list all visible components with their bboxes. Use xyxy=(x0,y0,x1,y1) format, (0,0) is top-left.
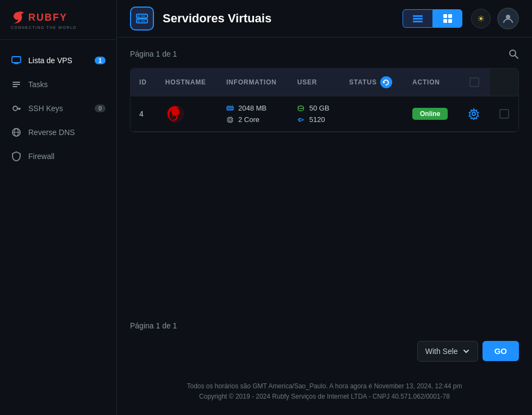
svg-rect-23 xyxy=(448,14,452,18)
col-information: INFORMATION xyxy=(218,69,289,96)
sidebar-nav: Lista de VPS 1 Tasks xyxy=(0,40,116,415)
svg-point-51 xyxy=(472,112,475,115)
theme-toggle-button[interactable]: ☀ xyxy=(471,9,491,28)
svg-rect-19 xyxy=(413,15,423,17)
svg-rect-39 xyxy=(228,118,232,122)
svg-rect-24 xyxy=(443,19,447,23)
table-header-row: ID HOSTNAME INFORMATION USER STATUS xyxy=(131,69,518,96)
row-id: 4 xyxy=(131,96,157,132)
page-info-top: Página 1 de 1 xyxy=(130,48,519,59)
sidebar-item-tasks-label: Tasks xyxy=(28,80,48,89)
svg-rect-0 xyxy=(12,57,21,63)
sidebar-item-ssh-keys-label: SSH Keys xyxy=(28,104,63,113)
cpu-value: 2 Core xyxy=(238,115,259,124)
svg-rect-22 xyxy=(443,14,447,18)
page-info-top-text: Página 1 de 1 xyxy=(130,50,177,58)
status-badge: Online xyxy=(412,108,448,120)
dns-icon xyxy=(11,127,22,138)
footer: Todos os horários são GMT America/Sao_Pa… xyxy=(117,373,532,415)
vps-table: ID HOSTNAME INFORMATION USER STATUS xyxy=(131,69,518,132)
monitor-icon xyxy=(11,55,22,66)
row-action xyxy=(459,96,490,132)
svg-rect-21 xyxy=(413,21,423,22)
row-checkbox-cell xyxy=(490,96,518,132)
svg-point-26 xyxy=(506,15,510,19)
sidebar-item-lista-vps[interactable]: Lista de VPS 1 xyxy=(0,48,116,72)
svg-point-49 xyxy=(298,106,304,108)
svg-point-15 xyxy=(138,15,140,17)
row-information-2: 50 GB 5120 xyxy=(288,96,340,132)
vps-table-container: ID HOSTNAME INFORMATION USER STATUS xyxy=(130,68,519,132)
os-icon xyxy=(165,104,185,124)
ram-value: 2048 MB xyxy=(238,104,267,112)
row-status: Online xyxy=(404,96,459,132)
with-select-label: With Sele xyxy=(425,347,458,356)
row-user xyxy=(341,96,404,132)
ssh-keys-badge: 0 xyxy=(95,105,106,112)
col-status: STATUS xyxy=(341,69,404,96)
sidebar: RUBFY CONNECTING THE WORLD Lista de VPS … xyxy=(0,0,117,415)
svg-point-16 xyxy=(138,20,140,22)
logo-tagline: CONNECTING THE WORLD xyxy=(11,26,77,29)
col-checkbox xyxy=(459,69,490,96)
main-content: Servidores Virtuais ☀ xyxy=(117,0,532,415)
action-gear-button[interactable] xyxy=(468,108,480,120)
chevron-down-icon xyxy=(462,347,470,355)
sidebar-item-lista-vps-label: Lista de VPS xyxy=(28,56,72,65)
page-info-bottom-text: Página 1 de 1 xyxy=(130,321,177,330)
vps-icon xyxy=(130,7,154,30)
view-toggle-group xyxy=(403,9,462,28)
col-user: USER xyxy=(288,69,340,96)
row-checkbox[interactable] xyxy=(499,109,509,119)
lista-vps-badge: 1 xyxy=(95,57,106,64)
toggle-button-2[interactable] xyxy=(433,9,462,28)
table-row: 4 xyxy=(131,96,518,132)
network-icon xyxy=(297,116,305,124)
footer-copyright: Copyright © 2019 - 2024 Rubfy Serviços d… xyxy=(130,392,519,402)
bottom-section: Página 1 de 1 With Sele GO xyxy=(117,310,532,373)
sidebar-item-ssh-keys[interactable]: SSH Keys 0 xyxy=(0,96,116,120)
col-hostname: HOSTNAME xyxy=(157,69,218,96)
sidebar-item-reverse-dns[interactable]: Reverse DNS xyxy=(0,120,116,144)
sidebar-item-tasks[interactable]: Tasks xyxy=(0,72,116,96)
bottom-actions: With Sele GO xyxy=(130,341,519,362)
col-action: ACTION xyxy=(404,69,459,96)
col-id: ID xyxy=(131,69,157,96)
topbar-right: ☀ xyxy=(471,8,519,29)
logo: RUBFY CONNECTING THE WORLD xyxy=(0,0,116,40)
page-info-bottom: Página 1 de 1 xyxy=(130,321,519,330)
svg-rect-20 xyxy=(413,18,423,20)
row-information: 2048 MB xyxy=(218,96,289,132)
logo-text: RUBFY xyxy=(28,12,67,23)
sidebar-item-firewall-label: Firewall xyxy=(28,152,54,161)
sidebar-item-firewall[interactable]: Firewall xyxy=(0,144,116,168)
tasks-icon xyxy=(11,79,22,90)
content-area: Página 1 de 1 ID HOSTNAME INFORMATION US… xyxy=(117,38,532,310)
svg-point-6 xyxy=(13,106,17,111)
refresh-status-button[interactable] xyxy=(380,76,392,88)
svg-rect-40 xyxy=(229,119,231,121)
key-icon xyxy=(11,103,22,114)
row-hostname xyxy=(157,96,218,132)
cpu-icon xyxy=(226,116,234,124)
toggle-button-1[interactable] xyxy=(403,9,433,28)
firewall-icon xyxy=(11,151,22,162)
sidebar-item-reverse-dns-label: Reverse DNS xyxy=(28,128,75,137)
disk-icon xyxy=(297,105,305,112)
page-title: Servidores Virtuais xyxy=(163,11,394,26)
svg-rect-25 xyxy=(448,19,452,23)
user-avatar[interactable] xyxy=(497,8,519,29)
footer-timezone: Todos os horários são GMT America/Sao_Pa… xyxy=(130,381,519,392)
ram-icon xyxy=(226,105,234,112)
select-all-checkbox[interactable] xyxy=(469,77,479,87)
bird-icon xyxy=(11,10,26,25)
go-button[interactable]: GO xyxy=(482,341,519,361)
search-button[interactable] xyxy=(508,48,519,59)
topbar: Servidores Virtuais ☀ xyxy=(117,0,532,38)
disk-value: 50 GB xyxy=(309,104,329,112)
network-value: 5120 xyxy=(309,115,325,124)
with-select-dropdown[interactable]: With Sele xyxy=(417,341,478,362)
svg-line-28 xyxy=(515,56,518,58)
